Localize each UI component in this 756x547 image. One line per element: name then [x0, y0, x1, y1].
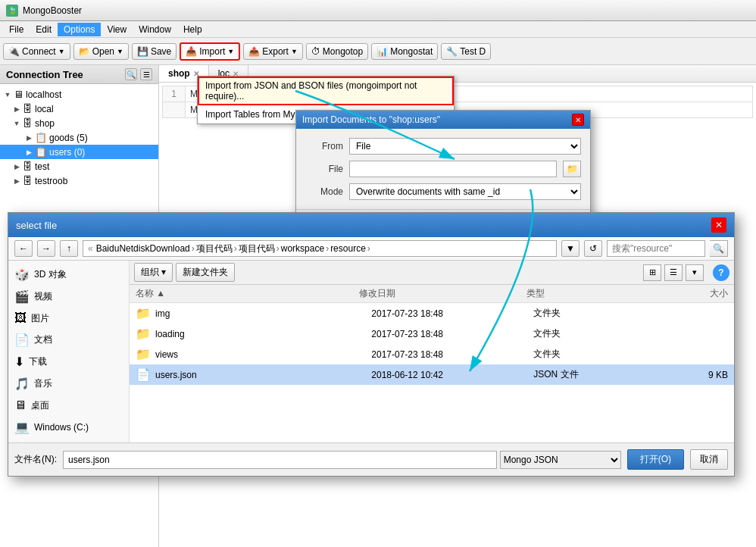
- col-header-size: 大小: [639, 287, 728, 300]
- file-name-input[interactable]: [63, 451, 497, 469]
- mongotop-button[interactable]: ⏱ Mongotop: [306, 43, 368, 60]
- new-folder-button[interactable]: 新建文件夹: [176, 263, 235, 282]
- from-select[interactable]: File: [349, 138, 581, 155]
- sidebar-menu-btn[interactable]: ☰: [140, 68, 152, 80]
- tree-label-testroob: testroob: [35, 176, 67, 186]
- export-button[interactable]: 📤 Export ▼: [243, 43, 303, 60]
- mode-select[interactable]: Overwrite documents with same _id: [349, 183, 581, 200]
- tree-label-localhost: localhost: [26, 89, 61, 100]
- browse-button[interactable]: 📁: [563, 161, 581, 177]
- menu-file[interactable]: File: [3, 23, 30, 36]
- tree-item-users[interactable]: ▶ 📋 users (0): [0, 145, 158, 159]
- connect-dropdown-icon: ▼: [58, 48, 65, 55]
- view-btn-2[interactable]: ☰: [664, 264, 683, 281]
- save-icon: 💾: [137, 46, 148, 57]
- file-input[interactable]: [349, 161, 557, 177]
- sidebar-search-btn[interactable]: 🔍: [125, 68, 137, 80]
- file-type-select[interactable]: Mongo JSON: [500, 451, 621, 469]
- sidebar-drive-d[interactable]: 💾 LENOVO (D:): [8, 438, 129, 442]
- import-button[interactable]: 📥 Import ▼: [180, 42, 240, 61]
- tree-item-testroob[interactable]: ▶ 🗄 testroob: [0, 173, 158, 188]
- back-button[interactable]: ←: [14, 240, 33, 257]
- import-dropdown-icon: ▼: [227, 48, 234, 55]
- tree-toggle-localhost: ▼: [3, 90, 12, 99]
- sidebar-3d[interactable]: 🎲 3D 对象: [8, 264, 129, 286]
- tree-item-local[interactable]: ▶ 🗄 local: [0, 102, 158, 116]
- json-file-icon: 📄: [136, 367, 151, 382]
- sidebar-drive-c-label: Windows (C:): [34, 422, 89, 433]
- menu-window[interactable]: Window: [133, 23, 177, 36]
- file-row: File 📁: [305, 161, 581, 177]
- export-icon: 📤: [248, 46, 260, 57]
- view-btn-3[interactable]: ▾: [686, 264, 704, 281]
- file-dialog-close-button[interactable]: ✕: [711, 217, 726, 233]
- menu-help[interactable]: Help: [177, 23, 208, 36]
- toolbar: 🔌 Connect ▼ 📂 Open ▼ 💾 Save 📥 Import ▼ 📤…: [0, 38, 756, 65]
- connect-button[interactable]: 🔌 Connect ▼: [3, 43, 70, 60]
- import-json-bson-item[interactable]: Import from JSON and BSON files (mongoim…: [198, 77, 454, 105]
- sidebar-music[interactable]: 🎵 音乐: [8, 373, 129, 395]
- path-part-workspace: workspace: [281, 243, 324, 254]
- connection-tree-title: Connection Tree: [6, 69, 83, 80]
- file-dialog: select file ✕ ← → ↑ « BaiduNetdiskDownlo…: [8, 212, 735, 477]
- drive-c-icon: 💻: [14, 420, 30, 434]
- import-dialog-close-button[interactable]: ✕: [572, 114, 584, 126]
- col-header-date: 修改日期: [359, 287, 526, 300]
- help-button[interactable]: ?: [713, 264, 729, 281]
- file-item-users-json[interactable]: 📄 users.json 2018-06-12 10:42 JSON 文件 9 …: [130, 364, 734, 385]
- file-dialog-toolbar: ← → ↑ « BaiduNetdiskDownload › 项目代码 › 项目…: [8, 237, 734, 261]
- up-button[interactable]: ↑: [60, 240, 78, 257]
- title-bar: 🍃 MongoBooster: [0, 0, 756, 21]
- mongostat-button[interactable]: 📊 Mongostat: [371, 43, 438, 60]
- tree-item-goods[interactable]: ▶ 📋 goods (5): [0, 130, 158, 145]
- sidebar-pictures[interactable]: 🖼 图片: [8, 308, 129, 329]
- file-toolbar2: 组织 ▾ 新建文件夹 ⊞ ☰ ▾ ?: [130, 261, 734, 285]
- forward-button[interactable]: →: [37, 240, 55, 257]
- search-button[interactable]: 🔍: [710, 240, 728, 257]
- menu-view[interactable]: View: [101, 23, 133, 36]
- import-dialog-title-bar: Import Documents to "shop:users" ✕: [296, 111, 590, 129]
- save-button[interactable]: 💾 Save: [132, 43, 177, 60]
- tree-label-goods: goods (5): [49, 133, 88, 143]
- tree-item-test[interactable]: ▶ 🗄 test: [0, 159, 158, 173]
- path-dropdown-btn[interactable]: ▼: [561, 240, 579, 257]
- file-item-img[interactable]: 📁 img 2017-07-23 18:48 文件夹: [130, 303, 734, 324]
- path-part-baidu: BaiduNetdiskDownload: [96, 243, 190, 254]
- menu-edit[interactable]: Edit: [30, 23, 58, 36]
- view-btn-1[interactable]: ⊞: [643, 264, 661, 281]
- tree-item-shop[interactable]: ▼ 🗄 shop: [0, 116, 158, 130]
- file-cancel-button[interactable]: 取消: [690, 449, 728, 470]
- sidebar-downloads-label: 下载: [29, 355, 47, 368]
- sidebar-drive-c[interactable]: 💻 Windows (C:): [8, 416, 129, 438]
- sidebar-documents[interactable]: 📄 文档: [8, 329, 129, 351]
- tree-item-localhost[interactable]: ▼ 🖥 localhost: [0, 87, 158, 102]
- tree-toggle-local: ▶: [12, 105, 21, 114]
- file-name-users-json: users.json: [155, 370, 371, 380]
- test-button[interactable]: 🔧 Test D: [441, 43, 491, 60]
- file-name-input-wrap: Mongo JSON: [63, 451, 621, 469]
- import-dialog-title: Import Documents to "shop:users": [302, 114, 440, 125]
- connect-icon: 🔌: [8, 46, 20, 57]
- file-dialog-title-text: select file: [16, 220, 57, 231]
- sidebar-video[interactable]: 🎬 视频: [8, 286, 129, 308]
- file-list-header: 名称 ▲ 修改日期 类型 大小: [130, 285, 734, 303]
- documents-icon: 📄: [14, 333, 30, 347]
- organize-button[interactable]: 组织 ▾: [134, 263, 173, 282]
- tree-label-test: test: [35, 161, 49, 172]
- file-dialog-title-bar: select file ✕: [8, 213, 734, 237]
- file-item-views[interactable]: 📁 views 2017-07-23 18:48 文件夹: [130, 344, 734, 364]
- video-icon: 🎬: [14, 289, 30, 304]
- sidebar-desktop[interactable]: 🖥 桌面: [8, 395, 129, 416]
- search-input[interactable]: [607, 240, 705, 257]
- open-button[interactable]: 📂 Open ▼: [73, 43, 129, 60]
- 3d-icon: 🎲: [14, 267, 30, 282]
- file-item-loading[interactable]: 📁 loading 2017-07-23 18:48 文件夹: [130, 324, 734, 344]
- file-open-button[interactable]: 打开(O): [627, 449, 684, 470]
- filename-label: 文件名(N):: [14, 453, 57, 466]
- refresh-button[interactable]: ↺: [584, 240, 602, 257]
- file-type-views: 文件夹: [533, 348, 642, 361]
- path-bar[interactable]: « BaiduNetdiskDownload › 项目代码 › 项目代码 › w…: [83, 240, 557, 257]
- sidebar-downloads[interactable]: ⬇ 下载: [8, 351, 129, 373]
- menu-options[interactable]: Options: [58, 23, 101, 36]
- mongostat-icon: 📊: [376, 46, 388, 57]
